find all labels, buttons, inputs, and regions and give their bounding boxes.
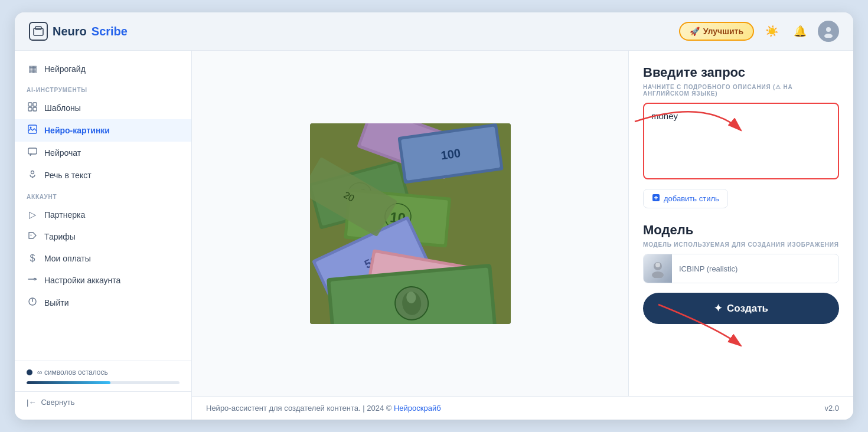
- symbols-row: ∞ символов осталось: [27, 368, 180, 377]
- header: NeuroScribe 🚀 Улучшить ☀️ 🔔: [15, 12, 853, 51]
- partner-icon: ▷: [27, 209, 38, 220]
- query-sublabel: НАЧНИТЕ С ПОДРОБНОГО ОПИСАНИЯ (⚠ НА АНГЛ…: [643, 84, 839, 97]
- sidebar-item-logout[interactable]: Выйти: [15, 292, 191, 314]
- sidebar-item-neuroguide[interactable]: ▦ Нейрогайд: [15, 58, 191, 80]
- sidebar-item-settings[interactable]: Настройки аккаунта: [15, 269, 191, 292]
- footer: Нейро-ассистент для создателей контента.…: [192, 396, 853, 420]
- speech-icon: [27, 169, 38, 181]
- collapse-label: Свернуть: [41, 398, 74, 407]
- sidebar-item-partner[interactable]: ▷ Партнерка: [15, 204, 191, 225]
- prompt-textarea[interactable]: money: [643, 103, 839, 179]
- avatar[interactable]: [818, 21, 839, 42]
- sidebar: ▦ Нейрогайд AI-ИНСТРУМЕНТЫ Шаблоны: [15, 51, 192, 420]
- image-panel: 10 10: [192, 51, 629, 396]
- bell-icon: 🔔: [794, 25, 807, 38]
- notifications-button[interactable]: 🔔: [789, 21, 811, 42]
- svg-rect-10: [28, 148, 37, 154]
- sidebar-logout-label: Выйти: [44, 298, 68, 307]
- footer-left: Нейро-ассистент для создателей контента.…: [206, 404, 441, 413]
- model-thumb: [644, 254, 672, 283]
- tariffs-icon: [27, 231, 38, 243]
- sidebar-settings-label: Настройки аккаунта: [44, 276, 120, 285]
- main-layout: ▦ Нейрогайд AI-ИНСТРУМЕНТЫ Шаблоны: [15, 51, 853, 420]
- neuroguide-icon: ▦: [27, 63, 38, 74]
- sidebar-payments-label: Мои оплаты: [44, 254, 91, 263]
- symbols-dot: [27, 369, 32, 375]
- sidebar-item-neuro-images[interactable]: Нейро-картинки: [15, 119, 191, 142]
- create-label: Создать: [727, 303, 768, 315]
- collapse-button[interactable]: |← Свернуть: [15, 391, 191, 413]
- right-panel: Введите запрос НАЧНИТЕ С ПОДРОБНОГО ОПИС…: [629, 51, 853, 396]
- rocket-icon: 🚀: [690, 27, 700, 36]
- sidebar-item-neurochat[interactable]: Нейрочат: [15, 142, 191, 164]
- svg-rect-4: [28, 103, 32, 106]
- collapse-icon: |←: [27, 398, 36, 407]
- svg-point-14: [34, 279, 36, 280]
- settings-icon: [27, 274, 38, 286]
- model-name: ICBINP (realistic): [672, 264, 838, 273]
- logo-icon: [29, 22, 48, 41]
- create-button[interactable]: ✦ Создать: [643, 293, 839, 324]
- add-style-button[interactable]: добавить стиль: [643, 189, 728, 208]
- sidebar-neuroguide-label: Нейрогайд: [44, 64, 86, 74]
- logo: NeuroScribe: [29, 22, 128, 41]
- payments-icon: $: [27, 253, 38, 264]
- sidebar-bottom: ∞ символов осталось: [15, 361, 191, 391]
- svg-point-2: [826, 27, 831, 32]
- app-window: NeuroScribe 🚀 Улучшить ☀️ 🔔: [15, 12, 853, 420]
- footer-link[interactable]: Нейроскрайб: [394, 404, 441, 413]
- svg-point-52: [652, 271, 664, 278]
- upgrade-button[interactable]: 🚀 Улучшить: [679, 22, 754, 41]
- model-section: Модель МОДЕЛЬ ИСПОЛЬЗУЕМАЯ ДЛЯ СОЗДАНИЯ …: [643, 222, 839, 283]
- logo-neuro: Neuro: [53, 25, 87, 38]
- footer-version: v2.0: [824, 404, 839, 413]
- model-preview[interactable]: ICBINP (realistic): [643, 254, 839, 283]
- svg-text:100: 100: [440, 146, 461, 161]
- sidebar-neurochat-label: Нейрочат: [44, 148, 81, 158]
- sidebar-item-templates[interactable]: Шаблоны: [15, 97, 191, 119]
- neurochat-icon: [27, 147, 38, 159]
- logo-scribe: Scribe: [92, 25, 128, 38]
- sidebar-item-tariffs[interactable]: Тарифы: [15, 225, 191, 248]
- svg-point-3: [824, 34, 833, 38]
- generated-image: 10 10: [310, 123, 511, 324]
- ai-section-label: AI-ИНСТРУМЕНТЫ: [15, 80, 191, 97]
- symbols-label: ∞ символов осталось: [37, 368, 108, 377]
- sidebar-tariffs-label: Тарифы: [44, 232, 76, 241]
- sun-icon: ☀️: [765, 25, 778, 38]
- content-area: 10 10: [192, 51, 853, 420]
- model-sublabel-text: МОДЕЛЬ ИСПОЛЬЗУЕМАЯ ДЛЯ СОЗДАНИЯ ИЗОБРАЖ…: [643, 241, 839, 248]
- templates-icon: [27, 102, 38, 114]
- sidebar-partner-label: Партнерка: [44, 210, 85, 220]
- add-style-label: добавить стиль: [664, 194, 719, 203]
- svg-point-13: [31, 235, 32, 236]
- model-thumb-inner: [644, 254, 672, 283]
- model-sublabel: МОДЕЛЬ ИСПОЛЬЗУЕМАЯ ДЛЯ СОЗДАНИЯ ИЗОБРАЖ…: [643, 241, 839, 248]
- query-title: Введите запрос: [643, 65, 839, 80]
- sidebar-templates-label: Шаблоны: [44, 103, 81, 113]
- sidebar-speech-label: Речь в текст: [44, 171, 92, 180]
- upgrade-label: Улучшить: [703, 27, 743, 36]
- logout-icon: [27, 297, 38, 309]
- progress-bar-fill: [27, 381, 110, 384]
- sidebar-item-speech[interactable]: Речь в текст: [15, 164, 191, 186]
- neuro-images-icon: [27, 125, 38, 136]
- sidebar-neuro-images-label: Нейро-картинки: [44, 126, 110, 135]
- svg-rect-7: [33, 107, 37, 111]
- account-section-label: АККАУНТ: [15, 186, 191, 204]
- progress-bar: [27, 381, 180, 384]
- svg-rect-6: [28, 107, 32, 111]
- sidebar-item-payments[interactable]: $ Мои оплаты: [15, 248, 191, 269]
- svg-rect-5: [33, 103, 37, 106]
- header-actions: 🚀 Улучшить ☀️ 🔔: [679, 21, 839, 42]
- svg-point-53: [655, 263, 660, 267]
- create-icon: ✦: [714, 302, 722, 315]
- footer-left-text: Нейро-ассистент для создателей контента.…: [206, 404, 394, 413]
- add-style-icon: [652, 194, 660, 204]
- model-title: Модель: [643, 222, 839, 238]
- svg-point-11: [31, 171, 34, 174]
- query-sublabel-text: НАЧНИТЕ С ПОДРОБНОГО ОПИСАНИЯ (⚠ НА АНГЛ…: [643, 84, 839, 97]
- content-main: 10 10: [192, 51, 853, 396]
- theme-toggle-button[interactable]: ☀️: [761, 21, 782, 42]
- svg-point-9: [30, 127, 32, 129]
